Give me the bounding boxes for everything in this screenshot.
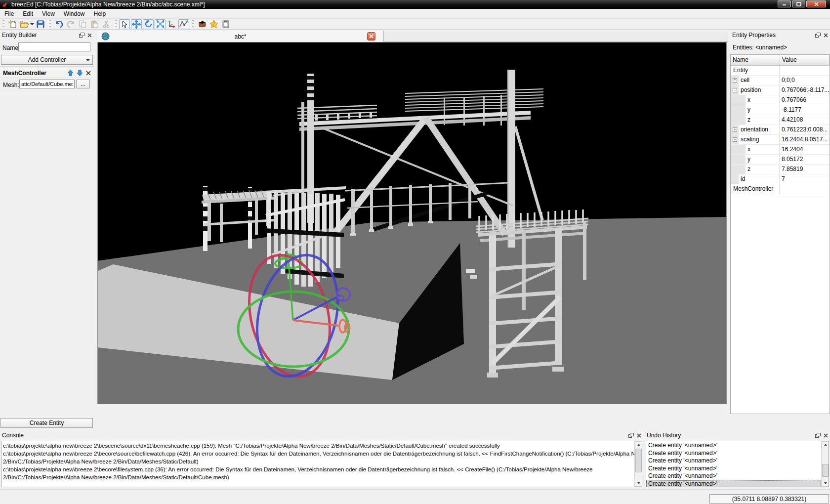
toolbar-handle[interactable] [2, 20, 4, 28]
maximize-button[interactable] [792, 0, 805, 7]
float-panel-icon[interactable] [628, 433, 634, 438]
property-row[interactable]: z 4.42108 [731, 115, 830, 125]
scroll-up-button[interactable] [635, 441, 642, 448]
scroll-down-button[interactable] [822, 480, 829, 487]
name-input[interactable] [18, 42, 90, 51]
add-controller-button[interactable]: Add Controller [1, 55, 93, 65]
property-value[interactable]: 7.85819 [780, 165, 830, 174]
toolbar-handle[interactable] [192, 20, 194, 28]
select-tool-button[interactable] [119, 19, 130, 29]
close-panel-icon[interactable] [637, 433, 641, 438]
expander-toggle[interactable]: + [733, 78, 737, 83]
scale-tool-button[interactable] [155, 19, 166, 29]
property-row[interactable]: + orientation 0.761223;0.008... [731, 125, 830, 135]
scroll-down-button[interactable] [635, 480, 642, 487]
property-row[interactable]: z 7.85819 [731, 165, 830, 174]
tab-close-button[interactable] [367, 32, 375, 41]
close-button[interactable] [806, 0, 826, 7]
column-header-value[interactable]: Value [780, 55, 830, 65]
title-bar[interactable]: breezEd [C:/Tobias/Projekte/Alpha New/br… [0, 0, 830, 9]
browse-mesh-button[interactable]: ... [76, 80, 90, 88]
float-panel-icon[interactable] [815, 33, 821, 38]
remove-controller-icon[interactable] [86, 71, 91, 76]
entity-builder-titlebar[interactable]: Entity Builder [0, 31, 94, 40]
property-row[interactable]: - scaling 16.2404;8.0517... [731, 135, 830, 145]
close-panel-icon[interactable] [824, 33, 828, 38]
property-value[interactable]: -8.1177 [780, 105, 830, 115]
expander-toggle[interactable]: - [733, 88, 737, 92]
menu-item[interactable]: Edit [18, 9, 38, 18]
menu-item[interactable]: File [0, 9, 18, 18]
close-panel-icon[interactable] [87, 33, 92, 38]
undo-history-item[interactable]: Create entity '<unnamed>' [646, 457, 821, 465]
entity-properties-titlebar[interactable]: Entity Properties [730, 31, 830, 40]
property-row[interactable]: - position 0.767066;-8.117... [731, 85, 830, 95]
scroll-up-button[interactable] [822, 441, 829, 448]
undo-button[interactable] [53, 19, 64, 29]
undo-history-item[interactable]: Create entity '<unnamed>' [646, 450, 821, 458]
property-row[interactable]: x 0.767066 [731, 95, 830, 105]
column-header-name[interactable]: Name [731, 55, 780, 65]
mesh-input[interactable] [19, 80, 75, 88]
property-row[interactable]: y -8.1177 [731, 105, 830, 115]
new-file-button[interactable] [7, 19, 18, 29]
rotate-tool-button[interactable] [143, 19, 154, 29]
property-value[interactable] [780, 66, 830, 75]
property-row[interactable]: x 16.2404 [731, 145, 830, 155]
axes-widget-button[interactable] [166, 19, 177, 29]
curve-tool-button[interactable] [178, 19, 189, 29]
table-header[interactable]: Name Value [731, 55, 830, 66]
console-scrollbar[interactable] [634, 441, 642, 487]
property-row[interactable]: MeshController [731, 184, 830, 194]
move-down-icon[interactable] [77, 70, 83, 76]
property-value[interactable]: 16.2404;8.0517... [780, 135, 830, 144]
console-titlebar[interactable]: Console [0, 431, 643, 440]
3d-viewport[interactable] [97, 42, 727, 404]
open-file-dropdown[interactable] [30, 19, 35, 29]
paste-button[interactable] [89, 19, 100, 29]
console-log[interactable]: c:\tobias\projekte\alpha new\breeze 2\be… [1, 441, 642, 487]
property-row[interactable]: id 7 [731, 174, 830, 184]
move-tool-button[interactable] [131, 19, 142, 29]
scene-tab[interactable]: abc* [97, 31, 384, 42]
open-file-button[interactable] [19, 19, 30, 29]
undo-history-item[interactable]: Create entity '<unnamed>' [646, 472, 821, 480]
property-value[interactable]: 0.767066;-8.117... [780, 85, 830, 95]
toolbar-handle[interactable] [48, 20, 51, 28]
property-row[interactable]: Entity [731, 66, 830, 76]
property-value[interactable]: 0.767066 [780, 95, 830, 105]
scroll-thumb[interactable] [822, 464, 829, 477]
menu-item[interactable]: Window [59, 9, 89, 18]
property-value[interactable]: 0.761223;0.008... [780, 125, 830, 134]
property-row[interactable]: + cell 0;0;0 [731, 76, 830, 85]
property-value[interactable]: 8.05172 [780, 155, 830, 164]
property-row[interactable]: y 8.05172 [731, 155, 830, 165]
expander-toggle[interactable]: + [733, 127, 737, 132]
expander-toggle[interactable]: - [733, 137, 737, 142]
close-panel-icon[interactable] [824, 433, 828, 438]
brick-button[interactable] [197, 19, 208, 29]
move-up-icon[interactable] [67, 70, 74, 76]
save-file-button[interactable] [35, 19, 46, 29]
undo-history-list[interactable]: Create entity '<unnamed>'Create entity '… [646, 441, 829, 487]
property-value[interactable]: 7 [780, 174, 830, 184]
minimize-button[interactable] [778, 0, 791, 7]
property-value[interactable] [780, 184, 830, 194]
toolbar-handle[interactable] [114, 20, 117, 28]
favorites-button[interactable] [208, 19, 219, 29]
property-value[interactable]: 4.42108 [780, 115, 830, 125]
undo-history-titlebar[interactable]: Undo History [645, 431, 830, 440]
float-panel-icon[interactable] [79, 33, 84, 38]
mesh-controller-header[interactable]: MeshController [0, 68, 94, 78]
undo-history-item[interactable]: Create entity '<unnamed>' [646, 480, 821, 488]
undo-history-item[interactable]: Create entity '<unnamed>' [646, 442, 821, 450]
menu-item[interactable]: Help [89, 9, 111, 18]
property-value[interactable]: 16.2404 [780, 145, 830, 154]
redo-button[interactable] [65, 19, 76, 29]
float-panel-icon[interactable] [815, 433, 821, 438]
property-value[interactable]: 0;0;0 [780, 76, 830, 85]
copy-button[interactable] [77, 19, 88, 29]
undo-history-item[interactable]: Create entity '<unnamed>' [646, 465, 821, 473]
scroll-thumb[interactable] [635, 449, 642, 472]
create-entity-button[interactable]: Create Entity [0, 418, 93, 428]
